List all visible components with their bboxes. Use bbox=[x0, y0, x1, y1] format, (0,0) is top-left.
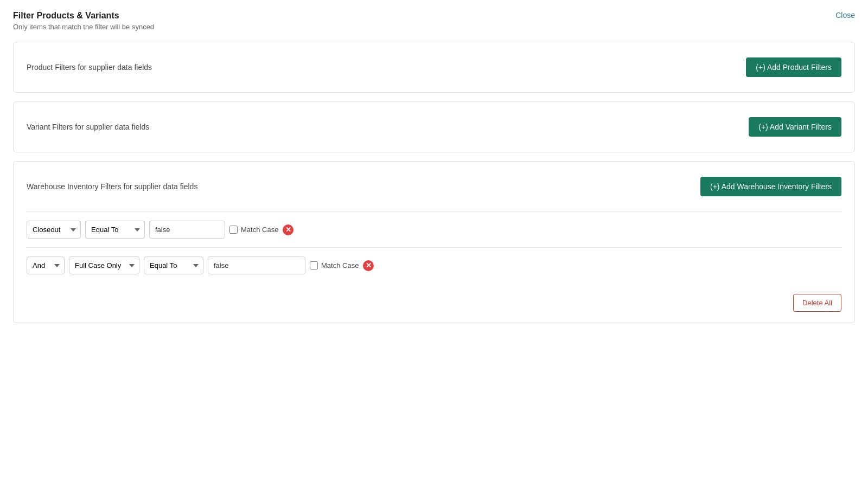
close-link[interactable]: Close bbox=[835, 11, 855, 20]
warehouse-filters-body: Closeout Equal To Match Case ✕ And Full … bbox=[14, 211, 854, 294]
add-variant-filters-button[interactable]: (+) Add Variant Filters bbox=[749, 117, 841, 137]
variant-filters-header: Variant Filters for supplier data fields… bbox=[14, 102, 854, 152]
value-input-row2[interactable] bbox=[208, 256, 305, 274]
match-case-label-row2[interactable]: Match Case bbox=[310, 261, 359, 269]
product-filters-label: Product Filters for supplier data fields bbox=[27, 63, 152, 72]
operator-select-row1[interactable]: Equal To bbox=[85, 221, 145, 239]
match-case-text-row2: Match Case bbox=[321, 261, 359, 269]
add-warehouse-inventory-filters-button[interactable]: (+) Add Warehouse Inventory Filters bbox=[700, 177, 841, 196]
warehouse-filters-label: Warehouse Inventory Filters for supplier… bbox=[27, 182, 197, 191]
product-filters-header: Product Filters for supplier data fields… bbox=[14, 42, 854, 92]
variant-filters-label: Variant Filters for supplier data fields bbox=[27, 123, 149, 131]
field-select-row1[interactable]: Closeout bbox=[27, 221, 81, 239]
warehouse-filters-section: Warehouse Inventory Filters for supplier… bbox=[13, 161, 855, 323]
page-header: Filter Products & Variants Close bbox=[13, 11, 855, 21]
delete-all-button[interactable]: Delete All bbox=[793, 294, 841, 312]
page-title: Filter Products & Variants bbox=[13, 11, 119, 21]
warehouse-filters-footer: Delete All bbox=[14, 294, 854, 323]
match-case-checkbox-row1[interactable] bbox=[229, 226, 238, 234]
delete-row2-icon: ✕ bbox=[363, 260, 374, 271]
conjunction-select-row2[interactable]: And bbox=[27, 256, 65, 274]
delete-row2-button[interactable]: ✕ bbox=[363, 260, 374, 271]
value-input-row1[interactable] bbox=[149, 221, 225, 239]
add-product-filters-button[interactable]: (+) Add Product Filters bbox=[746, 57, 841, 77]
filter-row-2: And Full Case Only Equal To Match Case ✕ bbox=[27, 256, 841, 274]
filter-row-1: Closeout Equal To Match Case ✕ bbox=[27, 221, 841, 239]
match-case-label-row1[interactable]: Match Case bbox=[229, 226, 278, 234]
delete-row1-icon: ✕ bbox=[283, 224, 293, 235]
warehouse-filters-header: Warehouse Inventory Filters for supplier… bbox=[14, 162, 854, 211]
variant-filters-section: Variant Filters for supplier data fields… bbox=[13, 101, 855, 152]
operator-select-row2[interactable]: Equal To bbox=[144, 256, 203, 274]
match-case-checkbox-row2[interactable] bbox=[310, 261, 318, 269]
filter-divider-1 bbox=[27, 211, 841, 212]
match-case-text-row1: Match Case bbox=[241, 226, 278, 234]
filter-divider-2 bbox=[27, 247, 841, 248]
product-filters-section: Product Filters for supplier data fields… bbox=[13, 42, 855, 93]
page-subtitle: Only items that match the filter will be… bbox=[13, 23, 855, 31]
delete-row1-button[interactable]: ✕ bbox=[283, 224, 293, 235]
field-select-row2[interactable]: Full Case Only bbox=[69, 256, 139, 274]
